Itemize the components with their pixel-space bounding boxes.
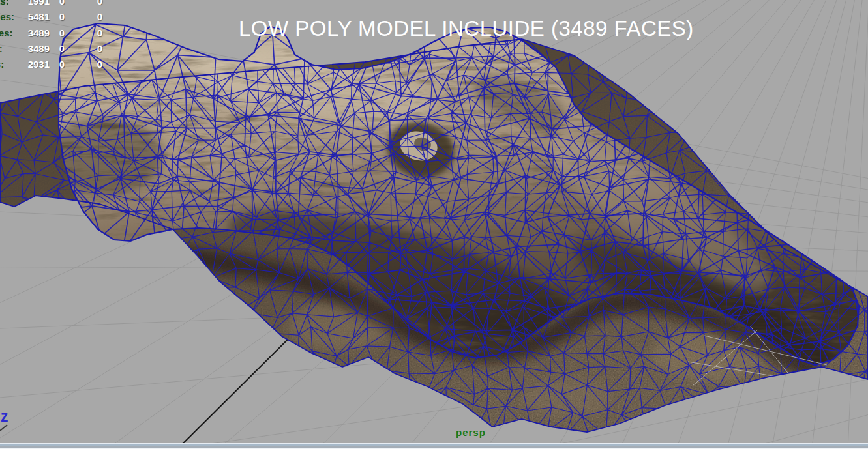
title-overlay: LOW POLY MODEL INCLUIDE (3489 FACES) <box>239 16 656 41</box>
axis-gizmo-z-label: z <box>1 408 8 426</box>
viewport-canvas[interactable] <box>0 0 868 449</box>
timeline-top-edge <box>0 443 868 449</box>
maya-viewport[interactable]: Verts:199100Edges:548100Faces:348900Tris… <box>0 0 868 449</box>
camera-label: persp <box>456 427 486 438</box>
